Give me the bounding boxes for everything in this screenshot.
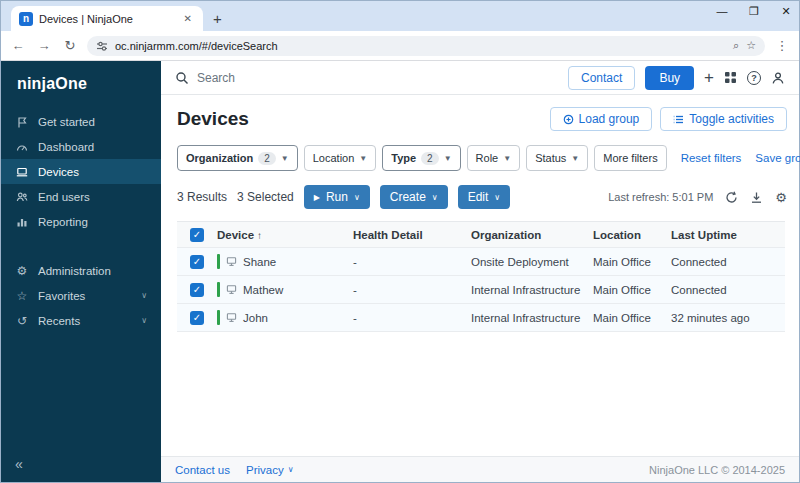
table-row[interactable]: ✓ Shane - Onsite Deployment Main Office …	[177, 248, 785, 276]
sidebar-item-end-users[interactable]: End users	[1, 184, 161, 209]
app-topbar: Contact Buy + ?	[161, 61, 799, 95]
back-icon[interactable]: ←	[9, 38, 27, 53]
administration-gear-icon: ⚙	[15, 264, 29, 278]
address-bar[interactable]: oc.ninjarmm.com/#/deviceSearch ⌕ ☆	[87, 36, 765, 56]
chevron-down-icon: ▼	[571, 154, 579, 163]
more-filters-button[interactable]: More filters	[594, 145, 666, 171]
organization: Onsite Deployment	[471, 256, 593, 268]
collapse-sidebar-icon[interactable]: «	[1, 446, 161, 482]
row-checkbox[interactable]: ✓	[190, 311, 204, 325]
table-row[interactable]: ✓ Mathew - Internal Infrastructure Main …	[177, 276, 785, 304]
device-name[interactable]: John	[243, 312, 268, 324]
edit-button[interactable]: Edit ∨	[458, 185, 511, 209]
chevron-down-icon: ∨	[494, 193, 500, 202]
device-name[interactable]: Shane	[243, 256, 276, 268]
refresh-icon[interactable]	[725, 191, 738, 204]
table-settings-gear-icon[interactable]: ⚙	[775, 190, 787, 205]
site-info-icon[interactable]	[96, 40, 108, 52]
health-detail: -	[353, 256, 471, 268]
reset-filters-link[interactable]: Reset filters	[681, 152, 742, 164]
filter-organization[interactable]: Organization 2 ▼	[177, 145, 298, 171]
end-users-icon	[15, 191, 29, 203]
help-icon[interactable]: ?	[747, 71, 761, 85]
health-detail: -	[353, 284, 471, 296]
global-search-input[interactable]	[197, 71, 417, 85]
filter-status[interactable]: Status ▼	[526, 145, 588, 171]
chevron-down-icon[interactable]: ∨	[141, 316, 147, 325]
filter-count-badge: 2	[258, 152, 276, 165]
filter-count-badge: 2	[421, 152, 439, 165]
table-row[interactable]: ✓ John - Internal Infrastructure Main Of…	[177, 304, 785, 332]
sidebar-item-reporting[interactable]: Reporting	[1, 209, 161, 234]
filter-location[interactable]: Location ▼	[304, 145, 377, 171]
contact-us-link[interactable]: Contact us	[175, 464, 230, 476]
browser-tab[interactable]: n Devices | NinjaOne ✕	[11, 6, 203, 31]
device-type-icon	[226, 256, 237, 267]
tab-close-icon[interactable]: ✕	[181, 11, 195, 26]
column-header-location[interactable]: Location	[593, 229, 671, 241]
sidebar-item-dashboard[interactable]: Dashboard	[1, 134, 161, 159]
browser-menu-icon[interactable]: ⋮	[773, 38, 791, 53]
get-started-icon	[15, 116, 29, 128]
sidebar-item-devices[interactable]: Devices	[1, 159, 161, 184]
row-checkbox[interactable]: ✓	[190, 283, 204, 297]
download-icon[interactable]	[750, 191, 763, 204]
column-header-device[interactable]: Device↑	[217, 229, 353, 241]
sidebar-item-administration[interactable]: ⚙ Administration	[1, 258, 161, 283]
privacy-link[interactable]: Privacy ∨	[246, 464, 294, 476]
last-uptime: 32 minutes ago	[671, 312, 785, 324]
device-name[interactable]: Mathew	[243, 284, 283, 296]
account-icon[interactable]	[771, 71, 785, 85]
last-refresh-text: Last refresh: 5:01 PM	[608, 191, 713, 203]
chevron-down-icon[interactable]: ∨	[141, 291, 147, 300]
minimize-icon[interactable]: —	[715, 5, 729, 18]
app-footer: Contact us Privacy ∨ NinjaOne LLC © 2014…	[161, 456, 799, 482]
sidebar: ninjaOne Get started Dashboard	[1, 61, 161, 482]
sidebar-item-favorites[interactable]: ☆ Favorites ∨	[1, 283, 161, 308]
run-button[interactable]: ▶ Run ∨	[304, 185, 370, 209]
sidebar-item-get-started[interactable]: Get started	[1, 109, 161, 134]
load-group-button[interactable]: Load group	[550, 107, 653, 131]
buy-button[interactable]: Buy	[645, 66, 694, 90]
column-header-uptime[interactable]: Last Uptime	[671, 229, 785, 241]
save-group-link[interactable]: Save group	[755, 152, 800, 164]
url-text: oc.ninjarmm.com/#/deviceSearch	[115, 40, 726, 52]
row-checkbox[interactable]: ✓	[190, 255, 204, 269]
select-all-checkbox[interactable]: ✓	[190, 228, 204, 242]
sidebar-item-recents[interactable]: ↺ Recents ∨	[1, 308, 161, 333]
sidebar-item-label: Recents	[38, 315, 80, 327]
column-header-health[interactable]: Health Detail	[353, 229, 471, 241]
maximize-icon[interactable]: ❐	[747, 5, 761, 18]
sidebar-item-label: Devices	[38, 166, 79, 178]
apps-grid-icon[interactable]	[724, 71, 737, 84]
device-type-icon	[226, 312, 237, 323]
chevron-down-icon: ∨	[354, 193, 360, 202]
contact-button[interactable]: Contact	[568, 66, 635, 90]
browser-titlebar: n Devices | NinjaOne ✕ + — ❐ ✕	[1, 1, 799, 31]
last-uptime: Connected	[671, 256, 785, 268]
reporting-icon	[15, 216, 29, 228]
tab-title: Devices | NinjaOne	[39, 13, 175, 25]
reload-icon[interactable]: ↻	[61, 38, 79, 53]
filter-role[interactable]: Role ▼	[467, 145, 521, 171]
create-button[interactable]: Create ∨	[380, 185, 448, 209]
column-header-organization[interactable]: Organization	[471, 229, 593, 241]
toggle-activities-button[interactable]: Toggle activities	[660, 107, 787, 131]
new-tab-icon[interactable]: +	[213, 10, 222, 27]
close-icon[interactable]: ✕	[779, 5, 793, 18]
filter-type[interactable]: Type 2 ▼	[382, 145, 460, 171]
sidebar-item-label: Reporting	[38, 216, 88, 228]
zoom-icon[interactable]: ⌕	[733, 39, 739, 52]
sidebar-item-label: End users	[38, 191, 90, 203]
chevron-down-icon: ▼	[503, 154, 511, 163]
location: Main Office	[593, 284, 671, 296]
ninjaone-logo: ninjaOne	[1, 61, 161, 109]
bookmark-star-icon[interactable]: ☆	[746, 39, 756, 52]
forward-icon[interactable]: →	[35, 38, 53, 53]
play-icon: ▶	[314, 193, 320, 202]
add-icon[interactable]: +	[704, 68, 714, 88]
devices-page: Devices Load group Toggle ac	[161, 95, 799, 456]
filter-bar: Organization 2 ▼ Location ▼ Type 2 ▼ R	[177, 145, 787, 171]
search-icon	[175, 71, 189, 85]
dashboard-icon	[15, 141, 29, 153]
